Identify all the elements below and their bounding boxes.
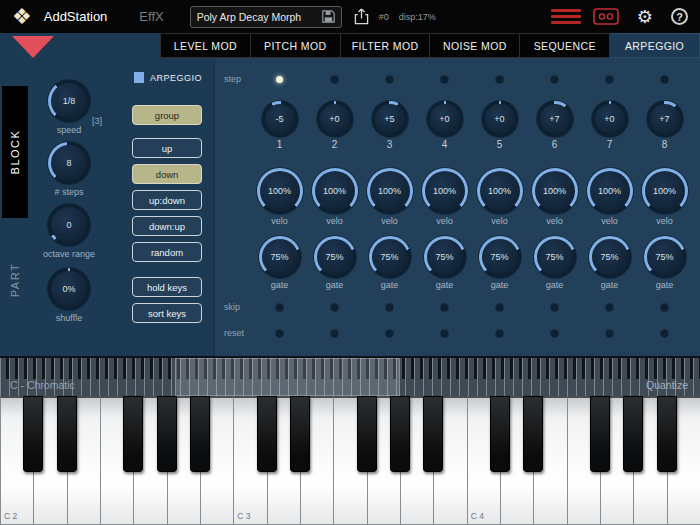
piano-key-black-16[interactable] [523,396,543,472]
knob-speed[interactable]: 1/8 [48,80,90,122]
pitch-knob-3[interactable]: +5 [372,101,408,137]
arp-mode-group[interactable]: group [132,105,202,125]
step-dot-4[interactable] [441,76,448,83]
arp-mode-up-down[interactable]: up:down [132,190,202,210]
gate-knob-2[interactable]: 75% [314,236,356,278]
step-dot-8[interactable] [661,76,668,83]
piano-key-black-11[interactable] [357,396,377,472]
pitch-knob-1[interactable]: -5 [262,101,298,137]
reset-dot-8[interactable] [661,330,668,337]
reset-dot-3[interactable] [386,330,393,337]
tab-filter-mod[interactable]: FILTER MOD [341,33,431,58]
skip-dot-7[interactable] [606,304,613,311]
piano-key-black-15[interactable] [490,396,510,472]
arp-mode-down-up[interactable]: down:up [132,216,202,236]
step-dot-7[interactable] [606,76,613,83]
pitch-knob-2[interactable]: +0 [317,101,353,137]
pitch-knob-7[interactable]: +0 [592,101,628,137]
velo-knob-6[interactable]: 100% [532,168,578,214]
step-dot-6[interactable] [551,76,558,83]
gate-knob-7[interactable]: 75% [589,236,631,278]
reset-dot-7[interactable] [606,330,613,337]
share-icon[interactable] [354,8,369,25]
skip-dot-8[interactable] [661,304,668,311]
step-dot-1[interactable] [276,76,283,83]
velo-knob-4[interactable]: 100% [422,168,468,214]
piano-key-black-5[interactable] [157,396,177,472]
help-icon[interactable]: ? [671,8,688,25]
piano-key-black-4[interactable] [123,396,143,472]
knob-shuffle[interactable]: 0% [48,268,90,310]
skip-dot-1[interactable] [276,304,283,311]
skip-dot-4[interactable] [441,304,448,311]
save-icon[interactable] [322,10,335,23]
pitch-knob-6[interactable]: +7 [537,101,573,137]
tab-sequence[interactable]: SEQUENCE [520,33,610,58]
gate-knob-3[interactable]: 75% [369,236,411,278]
piano-key-black-19[interactable] [623,396,643,472]
gate-knob-8[interactable]: 75% [644,236,686,278]
arpeggio-toggle[interactable]: ARPEGGIO [134,72,202,83]
step-dot-5[interactable] [496,76,503,83]
reset-dot-4[interactable] [441,330,448,337]
gate-knob-4[interactable]: 75% [424,236,466,278]
arp-mode-up[interactable]: up [132,138,202,158]
minimap-view-region[interactable] [175,358,400,396]
velo-knob-7[interactable]: 100% [587,168,633,214]
effx-label[interactable]: EffX [139,9,163,24]
gate-knob-6[interactable]: 75% [534,236,576,278]
velo-knob-1[interactable]: 100% [257,168,303,214]
menu-icon[interactable] [551,9,581,24]
piano-key-black-20[interactable] [657,396,677,472]
settings-gear-icon[interactable]: ⚙ [637,8,653,26]
velo-knob-3[interactable]: 100% [367,168,413,214]
piano-key-black-6[interactable] [190,396,210,472]
scale-label[interactable]: C - Chromatic [10,379,75,391]
piano-key-black-2[interactable] [57,396,77,472]
arpeggio-checkbox[interactable] [134,72,144,83]
skip-dot-3[interactable] [386,304,393,311]
gate-knob-1[interactable]: 75% [259,236,301,278]
skip-dot-5[interactable] [496,304,503,311]
keyboard-minimap[interactable]: C - Chromatic Quantize [0,356,700,396]
tab-pitch-mod[interactable]: PITCH MOD [251,33,341,58]
piano-key-black-9[interactable] [290,396,310,472]
arp-mode-sort-keys[interactable]: sort keys [132,303,202,323]
pitch-knob-4[interactable]: +0 [427,101,463,137]
preset-selector[interactable]: Poly Arp Decay Morph [190,6,342,28]
tab-level-mod[interactable]: LEVEL MOD [160,33,251,58]
pitch-knob-5[interactable]: +0 [482,101,518,137]
velo-knob-2[interactable]: 100% [312,168,358,214]
piano-key-black-18[interactable] [590,396,610,472]
panel-triangle-icon[interactable] [12,36,54,58]
knob-octave-range[interactable]: 0 [48,204,90,246]
velo-knob-8[interactable]: 100% [642,168,688,214]
tab-block[interactable]: BLOCK [2,86,28,218]
arp-mode-hold-keys[interactable]: hold keys [132,277,202,297]
reset-dot-2[interactable] [331,330,338,337]
gate-knob-5[interactable]: 75% [479,236,521,278]
gate-caption-6: gate [546,280,564,290]
piano-key-black-13[interactable] [423,396,443,472]
tab-noise-mod[interactable]: NOISE MOD [430,33,520,58]
velo-knob-5[interactable]: 100% [477,168,523,214]
pitch-knob-8[interactable]: +7 [647,101,683,137]
reset-dot-1[interactable] [276,330,283,337]
knob-steps[interactable]: 8 [48,142,90,184]
piano-key-black-8[interactable] [257,396,277,472]
skip-dot-6[interactable] [551,304,558,311]
skip-dot-2[interactable] [331,304,338,311]
tab-arpeggio[interactable]: ARPEGGIO [610,33,700,58]
piano-key-black-1[interactable] [23,396,43,472]
step-dot-2[interactable] [331,76,338,83]
record-icon[interactable] [593,8,619,25]
reset-dot-6[interactable] [551,330,558,337]
tab-part[interactable]: PART [2,230,28,330]
arp-mode-down[interactable]: down [132,164,202,184]
step-dot-3[interactable] [386,76,393,83]
step-number-4: 4 [442,139,448,150]
piano-key-black-12[interactable] [390,396,410,472]
reset-dot-5[interactable] [496,330,503,337]
quantize-button[interactable]: Quantize [646,379,688,391]
arp-mode-random[interactable]: random [132,242,202,262]
